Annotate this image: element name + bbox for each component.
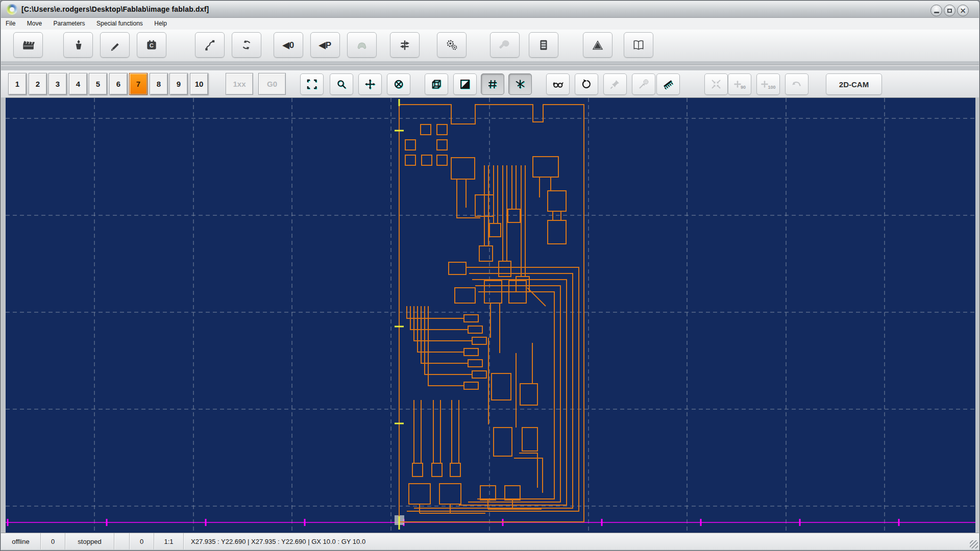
tool-3-button[interactable]: 3 <box>48 73 67 95</box>
magnifier-icon <box>335 78 348 90</box>
goto-park-button[interactable]: ◀P <box>310 32 340 58</box>
tools-button[interactable] <box>490 32 520 58</box>
goto-position-button[interactable] <box>632 73 655 95</box>
clapperboard-icon <box>21 38 35 52</box>
fit-brackets-icon <box>306 78 318 90</box>
menu-help[interactable]: Help <box>150 18 172 30</box>
delete-job-button[interactable] <box>63 32 93 58</box>
minimize-icon <box>934 12 939 13</box>
status-value-1: 0 <box>41 533 65 549</box>
app-icon <box>7 4 17 15</box>
rotate-ccw-icon <box>580 78 593 90</box>
tool-5-button[interactable]: 5 <box>89 73 107 95</box>
contrast-square-icon <box>459 78 471 90</box>
probe-button[interactable] <box>603 73 627 95</box>
rotate-button[interactable] <box>232 32 261 58</box>
menu-special-functions[interactable]: Special functions <box>92 18 148 30</box>
fit-view-button[interactable] <box>300 73 324 95</box>
pan-button[interactable] <box>358 73 382 95</box>
machine-cabinet-button[interactable] <box>529 32 558 58</box>
tool-1-button[interactable]: 1 <box>8 73 27 95</box>
comb-ruler-icon <box>662 78 674 90</box>
close-button[interactable]: ✕ <box>957 5 969 16</box>
invert-colors-button[interactable] <box>453 73 477 95</box>
connection-status: offline <box>1 533 41 549</box>
tool-8-button[interactable]: 8 <box>150 73 168 95</box>
jog-100-button[interactable]: 100 <box>756 73 780 95</box>
zoom-button[interactable] <box>330 73 353 95</box>
machine-state: stopped <box>65 533 114 549</box>
tool-9-button[interactable]: 9 <box>169 73 188 95</box>
toolpath-view-button[interactable] <box>387 73 410 95</box>
svg-text:C: C <box>150 42 154 48</box>
joystick-button[interactable] <box>347 32 377 58</box>
jog-arrows-icon <box>761 80 769 88</box>
arrow-target-icon <box>638 78 650 90</box>
tool-2-button[interactable]: 2 <box>29 73 47 95</box>
undo-arrow-icon <box>791 78 803 90</box>
view-toolbar: 1 2 3 4 5 6 7 8 9 10 1xx G0 <box>1 70 979 97</box>
tool-7-button-active[interactable]: 7 <box>129 73 148 95</box>
start-job-button[interactable] <box>13 32 43 58</box>
reload-file-button[interactable]: C <box>137 32 166 58</box>
drawing-canvas[interactable] <box>6 97 975 533</box>
minimize-button[interactable] <box>930 5 942 16</box>
junction-button[interactable] <box>390 32 420 58</box>
cube-icon <box>430 78 443 90</box>
gears-icon <box>445 38 458 52</box>
tool-10-button[interactable]: 10 <box>190 73 208 95</box>
rotate-arrows-icon <box>240 38 253 52</box>
view-3d-button[interactable] <box>425 73 448 95</box>
dimensions-toggle-button[interactable] <box>508 73 532 95</box>
axis-lines-icon <box>514 78 526 90</box>
converge-arrows-icon <box>710 78 722 90</box>
resize-grip[interactable] <box>970 540 978 548</box>
glasses-icon <box>552 78 564 90</box>
settings-button[interactable] <box>437 32 467 58</box>
signpost-arrows-icon <box>398 38 411 52</box>
path-editor-button[interactable] <box>195 32 225 58</box>
jog-90-button[interactable]: 90 <box>728 73 751 95</box>
toolbar-separator <box>1 65 979 66</box>
g0-button[interactable]: G0 <box>258 73 286 95</box>
status-bar: offline 0 stopped 0 1:1 X27.935 : Y22.69… <box>1 533 979 549</box>
manual-button[interactable] <box>624 32 653 58</box>
title-bar: [C:\Users\e.rodgers\Desktop\Fablab\image… <box>1 1 979 18</box>
menu-bar: File Move Parameters Special functions H… <box>1 18 979 30</box>
alerts-button[interactable] <box>583 32 612 58</box>
coordinates-readout: X27.935 : Y22.690 | X27.935 : Y22.690 | … <box>184 533 979 549</box>
canvas-viewport[interactable] <box>6 98 975 533</box>
zoom-ratio: 1:1 <box>154 533 184 549</box>
gamepad-icon <box>355 38 369 52</box>
preview-button[interactable] <box>546 73 570 95</box>
measure-button[interactable] <box>656 73 680 95</box>
grid-hash-icon <box>486 78 499 90</box>
menu-move[interactable]: Move <box>22 18 46 30</box>
crossed-circle-icon <box>393 78 405 90</box>
edit-button[interactable] <box>100 32 130 58</box>
warning-triangle-icon <box>591 38 604 52</box>
refresh-view-button[interactable] <box>575 73 598 95</box>
tool-6-button[interactable]: 6 <box>109 73 128 95</box>
move-arrows-icon <box>364 78 376 90</box>
collapse-paths-button[interactable] <box>704 73 728 95</box>
menu-file[interactable]: File <box>1 18 20 30</box>
main-toolbar: C ◀0 ◀P <box>1 30 979 61</box>
override-1xx-button[interactable]: 1xx <box>226 73 253 95</box>
open-book-icon <box>632 38 645 52</box>
cam-2d-button[interactable]: 2D-CAM <box>826 73 882 95</box>
goto-zero-button[interactable]: ◀0 <box>274 32 303 58</box>
status-value-2: 0 <box>130 533 154 549</box>
calendar-reload-icon: C <box>145 38 158 52</box>
grid-toggle-button[interactable] <box>481 73 504 95</box>
undo-button[interactable] <box>785 73 808 95</box>
window-title: [C:\Users\e.rodgers\Desktop\Fablab\image… <box>21 5 209 13</box>
status-spacer <box>114 533 130 549</box>
maximize-icon <box>947 9 952 13</box>
close-icon: ✕ <box>960 7 966 14</box>
menu-parameters[interactable]: Parameters <box>49 18 90 30</box>
tool-4-button[interactable]: 4 <box>69 73 87 95</box>
jog-100-label: 100 <box>768 85 775 90</box>
pushpin-icon <box>609 78 621 90</box>
maximize-button[interactable] <box>944 5 955 16</box>
